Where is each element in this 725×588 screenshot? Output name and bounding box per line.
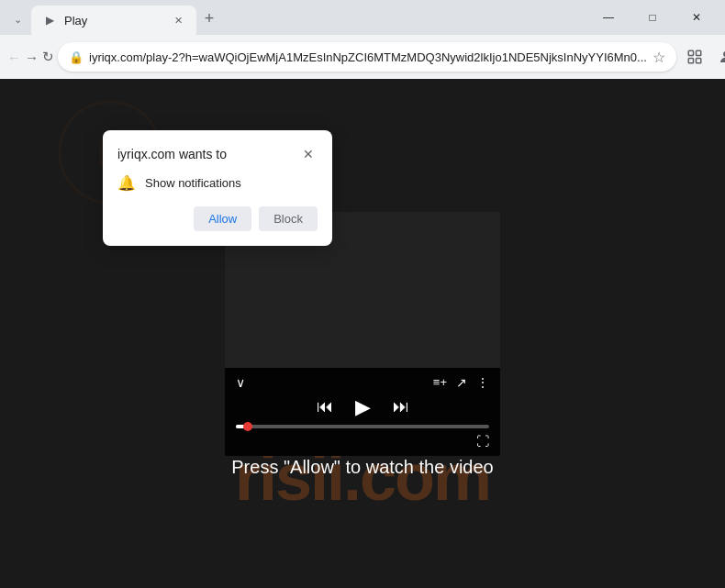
allow-button[interactable]: Allow [194,206,251,231]
window-controls: — □ ✕ [587,6,718,35]
minimize-button[interactable]: — [587,6,630,29]
popup-buttons: Allow Block [117,206,318,231]
player-bottom: ⛶ [236,432,489,450]
next-button[interactable]: ⏭ [393,397,409,416]
tab-title: Play [64,14,163,28]
share-icon[interactable]: ↗ [456,375,467,390]
press-allow-text: Press "Allow" to watch the video [231,457,493,478]
forward-button[interactable]: → [25,42,39,72]
address-input-wrapper[interactable]: 🔒 iyriqx.com/play-2?h=waWQiOjEwMjA1MzEsI… [58,42,676,72]
player-main-controls: ⏮ ▶ ⏭ [236,395,489,419]
fullscreen-button[interactable]: ⛶ [476,434,489,449]
maximize-button[interactable]: □ [631,6,674,29]
popup-close-button[interactable]: ✕ [299,145,318,163]
profile-button[interactable] [711,42,725,72]
popup-header: iyriqx.com wants to ✕ [117,145,318,163]
player-right-icons: ≡+ ↗ ⋮ [433,375,489,390]
svg-rect-0 [688,50,693,55]
address-text: iyriqx.com/play-2?h=waWQiOjEwMjA1MzEsInN… [89,50,647,64]
bell-icon: 🔔 [117,174,136,192]
popup-permission: 🔔 Show notifications [117,174,318,192]
progress-bar[interactable] [236,425,489,428]
prev-button[interactable]: ⏮ [317,397,333,416]
tab-list-button[interactable]: ⌄ [7,9,28,29]
browser-window: ⌄ ▶ Play ✕ + — □ ✕ ← → ↻ 🔒 iyriqx.com/pl… [0,0,725,588]
tab-close-button[interactable]: ✕ [171,13,185,28]
popup-title: iyriqx.com wants to [117,147,227,161]
new-tab-button[interactable]: + [196,6,222,31]
back-button[interactable]: ← [7,42,21,72]
bookmark-icon[interactable]: ☆ [652,49,665,66]
active-tab[interactable]: ▶ Play ✕ [31,6,196,35]
toolbar-icons: ⋮ [680,42,725,72]
reload-button[interactable]: ↻ [42,42,54,72]
tab-left-controls: ⌄ [7,9,28,35]
block-button[interactable]: Block [259,206,318,231]
security-icon: 🔒 [69,50,84,64]
video-player: ∨ ≡+ ↗ ⋮ ⏮ ▶ ⏭ ⛶ [225,212,500,456]
address-bar: ← → ↻ 🔒 iyriqx.com/play-2?h=waWQiOjEwMjA… [0,35,725,79]
tab-bar: ⌄ ▶ Play ✕ + — □ ✕ [0,0,725,35]
svg-rect-2 [688,59,693,63]
queue-icon[interactable]: ≡+ [433,375,447,390]
player-controls: ∨ ≡+ ↗ ⋮ ⏮ ▶ ⏭ ⛶ [225,368,500,456]
progress-dot [243,422,252,431]
play-button[interactable]: ▶ [355,395,371,419]
notification-popup: iyriqx.com wants to ✕ 🔔 Show notificatio… [103,130,332,246]
close-button[interactable]: ✕ [675,6,718,29]
extension-button[interactable] [680,42,709,72]
tab-favicon: ▶ [42,13,57,28]
more-icon[interactable]: ⋮ [476,375,489,390]
player-top-bar: ∨ ≡+ ↗ ⋮ [236,375,489,390]
permission-label: Show notifications [145,176,241,190]
page-content: risii.com R ∨ ≡+ ↗ ⋮ ⏮ [0,79,725,588]
player-chevron-icon[interactable]: ∨ [236,375,245,390]
svg-rect-1 [696,50,700,55]
svg-rect-3 [696,59,700,63]
